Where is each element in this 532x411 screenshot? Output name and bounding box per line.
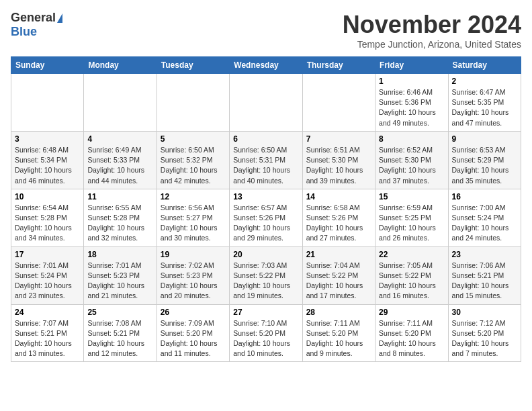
calendar-cell: 24Sunrise: 7:07 AMSunset: 5:21 PMDayligh… <box>11 304 84 362</box>
calendar-cell: 12Sunrise: 6:56 AMSunset: 5:27 PMDayligh… <box>157 189 229 246</box>
day-number: 4 <box>87 134 152 144</box>
calendar-cell: 21Sunrise: 7:04 AMSunset: 5:22 PMDayligh… <box>302 246 375 304</box>
day-info: Sunrise: 6:53 AMSunset: 5:29 PMDaylight:… <box>452 145 517 186</box>
calendar-cell: 7Sunrise: 6:51 AMSunset: 5:30 PMDaylight… <box>302 131 375 189</box>
calendar-cell: 30Sunrise: 7:12 AMSunset: 5:20 PMDayligh… <box>448 304 521 362</box>
day-number: 21 <box>306 250 371 259</box>
calendar-cell: 2Sunrise: 6:47 AMSunset: 5:35 PMDaylight… <box>448 74 521 132</box>
calendar-cell: 18Sunrise: 7:01 AMSunset: 5:23 PMDayligh… <box>84 246 157 304</box>
calendar-cell: 29Sunrise: 7:11 AMSunset: 5:20 PMDayligh… <box>375 304 448 362</box>
day-info: Sunrise: 7:06 AMSunset: 5:21 PMDaylight:… <box>452 261 517 302</box>
day-number: 11 <box>87 192 152 201</box>
calendar-cell: 17Sunrise: 7:01 AMSunset: 5:24 PMDayligh… <box>11 246 84 304</box>
calendar-week-row: 17Sunrise: 7:01 AMSunset: 5:24 PMDayligh… <box>11 246 521 304</box>
title-block: November 2024 Tempe Junction, Arizona, U… <box>343 11 521 50</box>
day-info: Sunrise: 6:49 AMSunset: 5:33 PMDaylight:… <box>87 145 152 186</box>
day-number: 9 <box>452 134 517 144</box>
day-info: Sunrise: 6:56 AMSunset: 5:27 PMDaylight:… <box>161 203 226 244</box>
day-info: Sunrise: 7:04 AMSunset: 5:22 PMDaylight:… <box>306 261 371 302</box>
calendar-week-row: 1Sunrise: 6:46 AMSunset: 5:36 PMDaylight… <box>11 74 521 132</box>
day-number: 23 <box>452 250 517 259</box>
weekday-header-wednesday: Wednesday <box>230 57 302 74</box>
day-info: Sunrise: 7:02 AMSunset: 5:23 PMDaylight:… <box>161 261 226 302</box>
day-info: Sunrise: 7:09 AMSunset: 5:20 PMDaylight:… <box>161 318 226 359</box>
day-number: 18 <box>87 250 152 259</box>
weekday-header-monday: Monday <box>84 57 157 74</box>
calendar-cell: 1Sunrise: 6:46 AMSunset: 5:36 PMDaylight… <box>375 74 448 132</box>
day-info: Sunrise: 6:55 AMSunset: 5:28 PMDaylight:… <box>87 203 152 244</box>
day-info: Sunrise: 7:00 AMSunset: 5:24 PMDaylight:… <box>452 203 517 244</box>
day-info: Sunrise: 7:08 AMSunset: 5:21 PMDaylight:… <box>87 318 152 359</box>
calendar-cell: 26Sunrise: 7:09 AMSunset: 5:20 PMDayligh… <box>157 304 229 362</box>
calendar-cell <box>11 74 84 132</box>
day-number: 29 <box>379 308 444 317</box>
calendar-cell: 15Sunrise: 6:59 AMSunset: 5:25 PMDayligh… <box>375 189 448 246</box>
weekday-header-sunday: Sunday <box>11 57 84 74</box>
weekday-header-thursday: Thursday <box>302 57 375 74</box>
calendar-cell: 5Sunrise: 6:50 AMSunset: 5:32 PMDaylight… <box>157 131 229 189</box>
day-info: Sunrise: 7:12 AMSunset: 5:20 PMDaylight:… <box>452 318 517 359</box>
weekday-header-tuesday: Tuesday <box>157 57 229 74</box>
calendar-cell: 28Sunrise: 7:11 AMSunset: 5:20 PMDayligh… <box>302 304 375 362</box>
day-number: 8 <box>379 134 444 144</box>
weekday-header-saturday: Saturday <box>448 57 521 74</box>
day-number: 25 <box>87 308 152 317</box>
day-number: 3 <box>15 134 80 144</box>
day-info: Sunrise: 7:10 AMSunset: 5:20 PMDaylight:… <box>233 318 298 359</box>
day-number: 6 <box>233 134 298 144</box>
day-number: 17 <box>15 250 80 259</box>
day-info: Sunrise: 6:47 AMSunset: 5:35 PMDaylight:… <box>452 87 517 128</box>
day-info: Sunrise: 6:58 AMSunset: 5:26 PMDaylight:… <box>306 203 371 244</box>
day-number: 7 <box>306 134 371 144</box>
logo: General Blue <box>11 11 62 39</box>
day-info: Sunrise: 6:57 AMSunset: 5:26 PMDaylight:… <box>233 203 298 244</box>
calendar-cell: 23Sunrise: 7:06 AMSunset: 5:21 PMDayligh… <box>448 246 521 304</box>
day-number: 15 <box>379 192 444 201</box>
logo-triangle-icon <box>57 13 62 23</box>
weekday-header-friday: Friday <box>375 57 448 74</box>
calendar-week-row: 10Sunrise: 6:54 AMSunset: 5:28 PMDayligh… <box>11 189 521 246</box>
calendar-week-row: 3Sunrise: 6:48 AMSunset: 5:34 PMDaylight… <box>11 131 521 189</box>
day-info: Sunrise: 7:01 AMSunset: 5:24 PMDaylight:… <box>15 261 80 302</box>
day-number: 1 <box>379 77 444 86</box>
logo-general-text: General <box>11 11 56 25</box>
day-info: Sunrise: 7:11 AMSunset: 5:20 PMDaylight:… <box>379 318 444 359</box>
calendar-cell <box>84 74 157 132</box>
day-number: 12 <box>161 192 226 201</box>
day-number: 22 <box>379 250 444 259</box>
day-number: 30 <box>452 308 517 317</box>
day-number: 28 <box>306 308 371 317</box>
day-number: 27 <box>233 308 298 317</box>
calendar-week-row: 24Sunrise: 7:07 AMSunset: 5:21 PMDayligh… <box>11 304 521 362</box>
day-number: 2 <box>452 77 517 86</box>
day-number: 20 <box>233 250 298 259</box>
calendar-cell: 19Sunrise: 7:02 AMSunset: 5:23 PMDayligh… <box>157 246 229 304</box>
day-info: Sunrise: 6:54 AMSunset: 5:28 PMDaylight:… <box>15 203 80 244</box>
day-info: Sunrise: 7:01 AMSunset: 5:23 PMDaylight:… <box>87 261 152 302</box>
day-info: Sunrise: 7:11 AMSunset: 5:20 PMDaylight:… <box>306 318 371 359</box>
day-number: 26 <box>161 308 226 317</box>
calendar-cell <box>230 74 302 132</box>
location-text: Tempe Junction, Arizona, United States <box>343 39 521 50</box>
logo-blue-text: Blue <box>11 25 37 39</box>
day-info: Sunrise: 6:52 AMSunset: 5:30 PMDaylight:… <box>379 145 444 186</box>
weekday-header-row: SundayMondayTuesdayWednesdayThursdayFrid… <box>11 57 521 74</box>
day-info: Sunrise: 6:51 AMSunset: 5:30 PMDaylight:… <box>306 145 371 186</box>
day-number: 19 <box>161 250 226 259</box>
calendar-cell: 22Sunrise: 7:05 AMSunset: 5:22 PMDayligh… <box>375 246 448 304</box>
day-info: Sunrise: 6:48 AMSunset: 5:34 PMDaylight:… <box>15 145 80 186</box>
day-info: Sunrise: 7:03 AMSunset: 5:22 PMDaylight:… <box>233 261 298 302</box>
calendar-cell: 8Sunrise: 6:52 AMSunset: 5:30 PMDaylight… <box>375 131 448 189</box>
day-info: Sunrise: 6:59 AMSunset: 5:25 PMDaylight:… <box>379 203 444 244</box>
page-header: General Blue November 2024 Tempe Junctio… <box>11 11 521 50</box>
day-number: 10 <box>15 192 80 201</box>
calendar-cell: 9Sunrise: 6:53 AMSunset: 5:29 PMDaylight… <box>448 131 521 189</box>
calendar-cell: 6Sunrise: 6:50 AMSunset: 5:31 PMDaylight… <box>230 131 302 189</box>
day-info: Sunrise: 7:05 AMSunset: 5:22 PMDaylight:… <box>379 261 444 302</box>
calendar-cell: 27Sunrise: 7:10 AMSunset: 5:20 PMDayligh… <box>230 304 302 362</box>
calendar-cell <box>302 74 375 132</box>
calendar-cell: 10Sunrise: 6:54 AMSunset: 5:28 PMDayligh… <box>11 189 84 246</box>
day-number: 24 <box>15 308 80 317</box>
calendar-cell: 14Sunrise: 6:58 AMSunset: 5:26 PMDayligh… <box>302 189 375 246</box>
calendar-cell: 25Sunrise: 7:08 AMSunset: 5:21 PMDayligh… <box>84 304 157 362</box>
